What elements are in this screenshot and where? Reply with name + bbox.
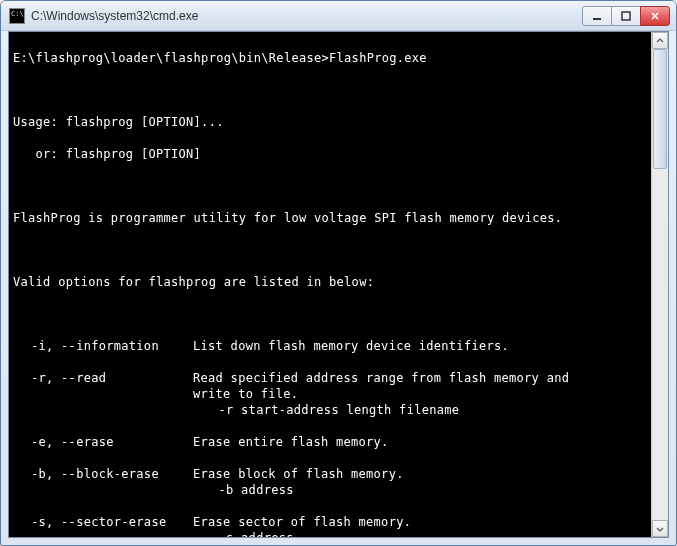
window-controls — [583, 6, 670, 26]
client-area: E:\flashprog\loader\flashprog\bin\Releas… — [8, 31, 669, 538]
maximize-icon — [621, 11, 631, 21]
option-sub: -b address — [13, 482, 647, 498]
titlebar[interactable]: C:\Windows\system32\cmd.exe — [1, 1, 676, 31]
option-row: -s, --sector-eraseErase sector of flash … — [13, 514, 647, 530]
scrollbar-thumb[interactable] — [653, 49, 667, 169]
scroll-down-button[interactable] — [652, 520, 668, 537]
option-desc: Read specified address range from flash … — [193, 370, 647, 386]
option-flag: -i, --information — [13, 338, 193, 354]
option-flag: -b, --block-erase — [13, 466, 193, 482]
minimize-button[interactable] — [582, 6, 612, 26]
option-row: -b, --block-eraseErase block of flash me… — [13, 466, 647, 482]
option-flag: -s, --sector-erase — [13, 514, 193, 530]
option-row: -e, --eraseErase entire flash memory. — [13, 434, 647, 450]
option-row: -r, --readRead specified address range f… — [13, 370, 647, 386]
usage-line: Usage: flashprog [OPTION]... — [13, 114, 647, 130]
option-desc: write to file. — [193, 386, 647, 402]
prompt-line: E:\flashprog\loader\flashprog\bin\Releas… — [13, 50, 647, 66]
minimize-icon — [592, 11, 602, 21]
option-desc: Erase sector of flash memory. — [193, 514, 647, 530]
svg-rect-0 — [593, 18, 601, 20]
option-sub: -r start-address length filename — [13, 402, 647, 418]
maximize-button[interactable] — [611, 6, 641, 26]
option-desc: Erase block of flash memory. — [193, 466, 647, 482]
option-flag: -r, --read — [13, 370, 193, 386]
cmd-icon — [9, 8, 25, 24]
vertical-scrollbar[interactable] — [651, 32, 668, 537]
valid-options-line: Valid options for flashprog are listed i… — [13, 274, 647, 290]
option-desc: List down flash memory device identifier… — [193, 338, 647, 354]
close-icon — [650, 11, 660, 21]
option-row: write to file. — [13, 386, 647, 402]
cmd-window: C:\Windows\system32\cmd.exe E:\flashprog… — [0, 0, 677, 546]
usage-line: or: flashprog [OPTION] — [13, 146, 647, 162]
chevron-up-icon — [656, 37, 664, 45]
option-row: -i, --informationList down flash memory … — [13, 338, 647, 354]
chevron-down-icon — [656, 525, 664, 533]
scroll-up-button[interactable] — [652, 32, 668, 49]
option-desc: Erase entire flash memory. — [193, 434, 647, 450]
description-line: FlashProg is programmer utility for low … — [13, 210, 647, 226]
option-sub: -s address — [13, 530, 647, 537]
scrollbar-track[interactable] — [652, 49, 668, 520]
close-button[interactable] — [640, 6, 670, 26]
option-flag: -e, --erase — [13, 434, 193, 450]
window-title: C:\Windows\system32\cmd.exe — [31, 9, 583, 23]
svg-rect-1 — [622, 12, 630, 20]
terminal-output[interactable]: E:\flashprog\loader\flashprog\bin\Releas… — [9, 32, 651, 537]
